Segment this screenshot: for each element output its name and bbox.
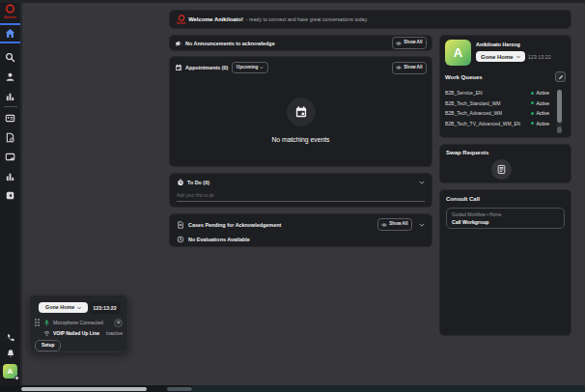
sidebar-item-home[interactable] [0, 25, 21, 42]
calendar-empty-icon-circle [287, 98, 316, 126]
work-queue-row: B2B_Tech_Advanced_WM Active [445, 108, 549, 119]
todo-collapse-chevron[interactable] [419, 180, 425, 185]
horizontal-scrollbar[interactable] [0, 385, 585, 392]
appointments-filter-label: Upcoming [237, 66, 258, 70]
sidebar-item-search[interactable] [0, 49, 21, 66]
calendar-icon [175, 64, 182, 71]
queue-status: Active [536, 110, 549, 116]
sidebar-item-workspace[interactable] [0, 149, 21, 165]
sidebar-item-exit[interactable] [0, 187, 21, 204]
appointments-filter-dropdown[interactable]: Upcoming [232, 62, 267, 73]
work-queues-scrollbar[interactable] [557, 89, 562, 133]
swap-requests-icon-circle [491, 159, 512, 180]
sidebar-item-id-card[interactable] [0, 110, 21, 126]
popup-status-dropdown[interactable]: Gone Home [39, 302, 88, 313]
setup-button[interactable]: Setup [35, 340, 61, 351]
profile-status-label: Gone Home [481, 54, 514, 60]
work-queue-row: B2B_Service_EN Active [445, 88, 549, 98]
hscroll-thumb[interactable] [21, 387, 147, 391]
clock-icon [177, 179, 184, 186]
todo-card: To Do (0) Add your first to-do [169, 173, 432, 208]
news-doc-icon [496, 164, 507, 175]
queue-status: Active [536, 100, 549, 106]
queue-status: Active [536, 121, 549, 126]
profile-avatar-letter: A [454, 45, 462, 60]
drag-handle-icon[interactable] [35, 319, 40, 326]
todo-input-placeholder: Add your first to-do [177, 193, 214, 198]
active-dot [531, 101, 534, 104]
active-dot [531, 112, 534, 115]
gear-icon [116, 320, 122, 325]
sidebar-item-file-history[interactable] [0, 129, 21, 146]
voip-line-state: Inactive [106, 330, 123, 336]
hscroll-track [192, 385, 585, 392]
announcements-title: No Announcements to acknowledge [185, 41, 275, 46]
sidebar: Service [0, 3, 21, 385]
chevron-down-icon [260, 66, 264, 70]
bell-icon [6, 349, 15, 358]
sidebar-avatar[interactable]: A [3, 364, 17, 378]
popup-status-label: Gone Home [45, 305, 74, 310]
queue-name: B2B_Tech_Standard_WM [445, 100, 501, 106]
active-dot [531, 122, 534, 125]
welcome-subtitle: - ready to connect and have great conver… [246, 16, 368, 22]
work-queues-edit-button[interactable] [555, 71, 566, 82]
document-icon [177, 221, 184, 229]
calendar-empty-icon [294, 105, 308, 119]
person-icon [5, 71, 15, 82]
sidebar-item-reports[interactable] [0, 168, 21, 184]
consult-item-subtitle: Guided Workflow • Home [452, 212, 559, 217]
chevron-down-icon [77, 306, 81, 310]
popup-status-timer: 123:13:22 [90, 302, 120, 314]
sidebar-item-phone[interactable] [0, 331, 21, 345]
work-queue-row: B2B_Tech_TV_Advanced_WM_EN Active [445, 119, 549, 129]
work-queues-title: Work Queues [445, 74, 483, 80]
sidebar-rule-active [0, 42, 20, 43]
announcements-show-all-button[interactable]: Show All [392, 37, 427, 49]
consult-call-card: Consult Call Guided Workflow • Home Call… [439, 189, 571, 336]
profile-status-timer: 123:13:22 [528, 54, 551, 60]
cases-title: Cases Pending for Acknowledgement [188, 222, 281, 228]
eye-icon [396, 41, 402, 46]
swap-requests-card: Swap Requests [439, 144, 571, 183]
wifi-icon [43, 330, 50, 337]
id-card-icon [5, 113, 15, 124]
window-arrow-icon [5, 152, 15, 162]
todo-input[interactable]: Add your first to-do [177, 192, 425, 202]
appointments-empty-message: No matching events [271, 136, 329, 143]
voip-line-label: VOIP Nailed Up Line [53, 330, 99, 336]
profile-card: A Anikiloato Herzog Gone Home 123:13:22 [439, 35, 571, 138]
brand-caption: Service [4, 15, 16, 19]
sidebar-item-notifications[interactable] [0, 347, 21, 360]
welcome-title: Welcome Anikiloato! [188, 16, 243, 22]
appointments-show-all-label: Show All [404, 66, 422, 70]
cases-show-all-button[interactable]: Show All [377, 218, 412, 231]
bar-chart-icon [5, 91, 15, 101]
sidebar-divider [4, 106, 17, 107]
consult-call-item[interactable]: Guided Workflow • Home Call Workgroup [446, 208, 565, 229]
consult-item-title: Call Workgroup [452, 219, 559, 225]
todo-title: To Do (0) [187, 180, 209, 185]
eye-icon [396, 65, 402, 70]
cases-show-all-label: Show All [389, 222, 407, 227]
search-icon [5, 52, 15, 63]
announcements-card: No Announcements to acknowledge Show All [169, 35, 432, 51]
sidebar-avatar-status-dot [14, 376, 19, 380]
welcome-banner: Service Welcome Anikiloato! - ready to c… [169, 10, 571, 29]
welcome-brand-icon: Service [177, 14, 185, 25]
appointments-title: Appointments (0) [185, 65, 228, 70]
cases-card: Cases Pending for Acknowledgement Show A… [169, 213, 432, 247]
hscroll-secondary-thumb[interactable] [167, 387, 192, 391]
phone-icon [6, 333, 15, 343]
queue-status: Active [536, 90, 549, 96]
welcome-brand-caption: Service [177, 22, 185, 25]
appointments-show-all-button[interactable]: Show All [392, 62, 427, 74]
audio-settings-button[interactable] [114, 319, 123, 327]
cases-collapse-chevron[interactable] [419, 222, 425, 228]
consult-call-title: Consult Call [446, 196, 565, 202]
work-queues-list: B2B_Service_EN Active B2B_Tech_Standard_… [445, 88, 566, 128]
sidebar-item-contacts[interactable] [0, 69, 21, 85]
eye-icon [381, 222, 387, 228]
sidebar-item-analytics[interactable] [0, 88, 21, 104]
profile-status-dropdown[interactable]: Gone Home [476, 51, 525, 62]
